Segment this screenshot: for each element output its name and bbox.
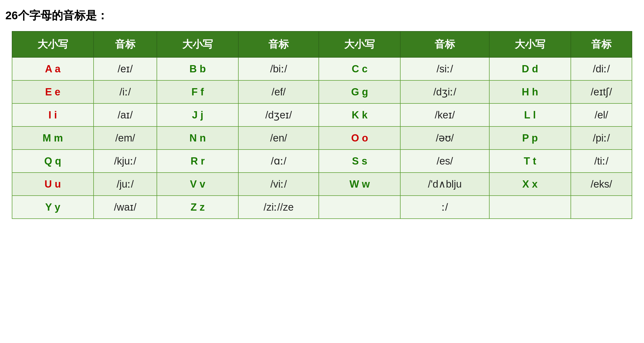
letter-cell: I i bbox=[12, 103, 94, 126]
table-row: I i/aɪ/J j/dʒeɪ/K k/keɪ/L l/el/ bbox=[12, 103, 632, 126]
letter-cell: T t bbox=[489, 150, 571, 173]
phonetic-cell: /ef/ bbox=[238, 80, 319, 103]
phonetic-cell: /keɪ/ bbox=[400, 103, 489, 126]
column-header: 音标 bbox=[571, 31, 632, 57]
phonetic-cell: /aɪ/ bbox=[94, 103, 157, 126]
phonetic-cell: /tiː/ bbox=[571, 150, 632, 173]
phonetic-cell: /kjuː/ bbox=[94, 150, 157, 173]
phonetic-cell: /siː/ bbox=[400, 57, 489, 80]
phonetic-cell: /eks/ bbox=[571, 173, 632, 196]
table-row: A a/eɪ/B b/biː/C c/siː/D d/diː/ bbox=[12, 57, 632, 80]
column-header: 大小写 bbox=[319, 31, 400, 57]
table-row: E e/iː/F f/ef/G g/dʒiː/H h/eɪtʃ/ bbox=[12, 80, 632, 103]
phonetic-cell: /dʒiː/ bbox=[400, 80, 489, 103]
letter-cell: K k bbox=[319, 103, 400, 126]
table-row: Y y/waɪ/Z z/ziː//zeː/ bbox=[12, 196, 632, 219]
letter-cell: U u bbox=[12, 173, 94, 196]
phonetic-cell: /ziː//ze bbox=[238, 196, 319, 219]
letter-cell: L l bbox=[489, 103, 571, 126]
letter-cell: C c bbox=[319, 57, 400, 80]
phonetic-cell: /juː/ bbox=[94, 173, 157, 196]
table-row: M m/em/N n/en/O o/əʊ/P p/piː/ bbox=[12, 126, 632, 150]
phonetic-cell: /em/ bbox=[94, 126, 157, 150]
phonetic-cell: /waɪ/ bbox=[94, 196, 157, 219]
phonetic-cell: /ɑː/ bbox=[238, 150, 319, 173]
phonetic-cell: /en/ bbox=[238, 126, 319, 150]
letter-cell: F f bbox=[157, 80, 238, 103]
column-header: 音标 bbox=[400, 31, 489, 57]
alphabet-table: 大小写音标大小写音标大小写音标大小写音标 A a/eɪ/B b/biː/C c/… bbox=[12, 31, 632, 219]
letter-cell: M m bbox=[12, 126, 94, 150]
letter-cell: E e bbox=[12, 80, 94, 103]
phonetic-cell: /iː/ bbox=[94, 80, 157, 103]
phonetic-cell: /viː/ bbox=[238, 173, 319, 196]
letter-cell: P p bbox=[489, 126, 571, 150]
phonetic-cell: /əʊ/ bbox=[400, 126, 489, 150]
letter-cell: Z z bbox=[157, 196, 238, 219]
phonetic-cell: /eɪtʃ/ bbox=[571, 80, 632, 103]
column-header: 音标 bbox=[238, 31, 319, 57]
phonetic-cell: /eɪ/ bbox=[94, 57, 157, 80]
letter-cell: Q q bbox=[12, 150, 94, 173]
phonetic-cell: /el/ bbox=[571, 103, 632, 126]
letter-cell: O o bbox=[319, 126, 400, 150]
table-header-row: 大小写音标大小写音标大小写音标大小写音标 bbox=[12, 31, 632, 57]
letter-cell: X x bbox=[489, 173, 571, 196]
phonetic-cell: /es/ bbox=[400, 150, 489, 173]
letter-cell: J j bbox=[157, 103, 238, 126]
column-header: 大小写 bbox=[12, 31, 94, 57]
letter-cell: D d bbox=[489, 57, 571, 80]
column-header: 大小写 bbox=[157, 31, 238, 57]
letter-cell: W w bbox=[319, 173, 400, 196]
letter-cell bbox=[489, 196, 571, 219]
letter-cell: H h bbox=[489, 80, 571, 103]
page-title: 26个字母的音标是： bbox=[5, 8, 639, 23]
phonetic-cell: /'d∧blju bbox=[400, 173, 489, 196]
column-header: 大小写 bbox=[489, 31, 571, 57]
letter-cell: A a bbox=[12, 57, 94, 80]
letter-cell: B b bbox=[157, 57, 238, 80]
phonetic-cell: /diː/ bbox=[571, 57, 632, 80]
letter-cell: S s bbox=[319, 150, 400, 173]
letter-cell: R r bbox=[157, 150, 238, 173]
letter-cell: Y y bbox=[12, 196, 94, 219]
letter-cell bbox=[319, 196, 400, 219]
table-row: U u/juː/V v/viː/W w/'d∧bljuX x/eks/ bbox=[12, 173, 632, 196]
phonetic-cell: /dʒeɪ/ bbox=[238, 103, 319, 126]
letter-cell: G g bbox=[319, 80, 400, 103]
table-row: Q q/kjuː/R r/ɑː/S s/es/T t/tiː/ bbox=[12, 150, 632, 173]
phonetic-cell bbox=[571, 196, 632, 219]
phonetic-cell: /piː/ bbox=[571, 126, 632, 150]
column-header: 音标 bbox=[94, 31, 157, 57]
phonetic-cell: ː/ bbox=[400, 196, 489, 219]
letter-cell: N n bbox=[157, 126, 238, 150]
phonetic-cell: /biː/ bbox=[238, 57, 319, 80]
letter-cell: V v bbox=[157, 173, 238, 196]
